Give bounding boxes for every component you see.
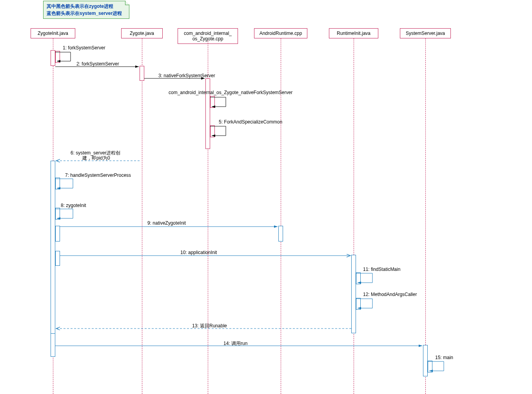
message-label: 5: ForkAndSpecializeCommon xyxy=(219,119,282,125)
message-label: 9: nativeZygoteInit xyxy=(147,220,186,226)
message-label: 2: forkSystemServer xyxy=(76,61,119,67)
activation-bar xyxy=(55,251,60,266)
participant-systemserver: SystemServer.java xyxy=(400,28,451,38)
activation-bar xyxy=(51,333,55,357)
message-label: com_android_internal_os_Zygote_nativeFor… xyxy=(169,90,292,95)
message-label: 3: nativeForkSystemServer xyxy=(158,73,215,78)
lifeline xyxy=(354,38,354,394)
activation-bar xyxy=(140,66,144,81)
arrow-layer xyxy=(0,0,532,394)
participant-zygote: Zygote.java xyxy=(121,28,163,38)
activation-bar xyxy=(210,96,215,108)
activation-bar xyxy=(55,51,60,63)
message-label: 10: applicationInit xyxy=(180,250,217,255)
lifeline xyxy=(425,38,426,394)
activation-bar xyxy=(428,361,432,372)
activation-bar xyxy=(356,272,361,284)
activation-bar xyxy=(205,78,210,149)
activation-bar xyxy=(51,50,55,66)
note-line: 蓝色箭头表示在system_server进程 xyxy=(47,10,126,17)
activation-bar xyxy=(351,255,356,333)
message-label: 14: 调用run xyxy=(223,340,247,347)
diagram-note: 其中黑色箭头表示在zygote进程 蓝色箭头表示在system_server进程 xyxy=(43,1,129,19)
activation-bar xyxy=(356,298,361,310)
participant-runtimeinit: RuntimeInit.java xyxy=(329,28,378,38)
activation-bar xyxy=(278,226,283,241)
message-label: 7: handleSystemServerProcess xyxy=(65,172,131,178)
participant-androidruntime: AndroidRuntime.cpp xyxy=(254,28,307,38)
activation-bar xyxy=(55,178,60,189)
activation-bar xyxy=(423,345,428,376)
message-label: 13: 返回Runable xyxy=(192,323,227,329)
message-label: 15: main xyxy=(435,355,453,360)
message-label: 12: MethodAndArgsCaller xyxy=(363,292,417,297)
message-label: 8: zygoteInit xyxy=(61,203,86,208)
message-label: 建，即pid为0 xyxy=(82,155,110,162)
activation-bar xyxy=(51,161,55,357)
activation-bar xyxy=(55,226,60,241)
note-line: 其中黑色箭头表示在zygote进程 xyxy=(47,3,126,10)
message-label: 11: findStaticMain xyxy=(363,267,400,272)
lifeline xyxy=(142,38,142,394)
activation-bar xyxy=(210,125,215,137)
message-label: 1: forkSystemServer xyxy=(63,45,105,51)
participant-zygoteinit: ZygoteInit.java xyxy=(31,28,75,38)
activation-bar xyxy=(55,208,60,220)
